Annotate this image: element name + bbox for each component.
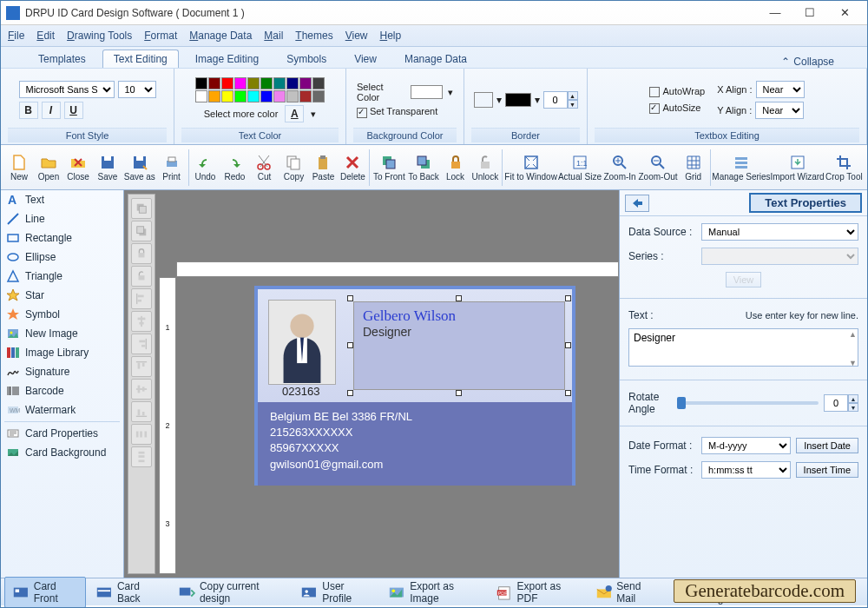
bottom-export-as-image[interactable]: Export as Image (380, 577, 485, 608)
toolbar-print[interactable]: Print (157, 152, 187, 183)
tool-star[interactable]: Star (1, 286, 123, 305)
align-right-icon[interactable] (131, 334, 152, 354)
toolbar-save-as[interactable]: Save as (122, 152, 157, 183)
bottom-user-profile[interactable]: User Profile (293, 577, 378, 608)
rotate-input[interactable] (824, 394, 848, 412)
rotate-spinner[interactable]: ▲▼ (824, 394, 858, 412)
color-swatch[interactable] (247, 90, 260, 102)
toolbar-actual-size[interactable]: 1:1Actual Size (557, 152, 602, 183)
toolbar-copy[interactable]: Copy (279, 152, 308, 183)
toolbar-undo[interactable]: Undo (190, 152, 220, 183)
bottom-card-back[interactable]: Card Back (88, 577, 168, 608)
maximize-button[interactable]: ☐ (792, 3, 827, 23)
toolbar-cut[interactable]: Cut (249, 152, 279, 183)
tool-ellipse[interactable]: Ellipse (1, 248, 123, 267)
distribute-h-icon[interactable] (131, 424, 152, 445)
color-swatches[interactable] (195, 77, 325, 102)
collapse-button[interactable]: ⌃ Collapse (781, 56, 841, 68)
menu-manage-data[interactable]: Manage Data (189, 30, 252, 42)
color-swatch[interactable] (273, 77, 286, 89)
bg-color-swatch[interactable] (411, 85, 443, 99)
bottom-send-mail[interactable]: Send Mail (588, 577, 667, 608)
ribbon-tab-symbols[interactable]: Symbols (275, 50, 338, 68)
color-swatch[interactable] (299, 90, 312, 102)
tool-watermark[interactable]: WMWatermark (1, 400, 123, 420)
autosize-checkbox[interactable] (649, 103, 660, 114)
align-bottom-icon[interactable] (131, 401, 152, 422)
tool-new-image[interactable]: New Image (1, 324, 123, 343)
toolbar-crop-tool[interactable]: Crop Tool (825, 152, 864, 183)
tool-rectangle[interactable]: Rectangle (1, 228, 123, 248)
dropdown-icon[interactable]: ▾ (448, 87, 453, 98)
ribbon-tab-templates[interactable]: Templates (27, 50, 97, 68)
toolbar-fit-to-window[interactable]: Fit to Window (504, 152, 557, 183)
canvas-area[interactable]: 123 Gelbero Wilson Designer (159, 190, 619, 578)
toolbar-zoom-out[interactable]: Zoom-Out (637, 152, 678, 183)
color-swatch[interactable] (260, 77, 273, 89)
yalign-select[interactable]: Near (755, 102, 804, 119)
toolbar-close[interactable]: Close (63, 152, 93, 183)
bring-forward-icon[interactable] (131, 198, 152, 219)
menu-view[interactable]: View (345, 30, 368, 42)
color-swatch[interactable] (286, 77, 299, 89)
align-middle-icon[interactable] (131, 379, 152, 400)
font-family-select[interactable]: Microsoft Sans S (19, 81, 115, 98)
lock-icon[interactable] (131, 243, 152, 264)
card-photo[interactable] (268, 300, 336, 385)
datefmt-select[interactable]: M-d-yyyy (701, 437, 791, 454)
color-swatch[interactable] (221, 77, 233, 89)
text-input[interactable] (628, 328, 858, 367)
ribbon-tab-image-editing[interactable]: Image Editing (184, 50, 270, 68)
color-swatch[interactable] (286, 90, 299, 102)
toolbar-to-back[interactable]: To Back (406, 152, 440, 183)
transparent-checkbox[interactable] (357, 108, 367, 118)
toolbar-lock[interactable]: Lock (441, 152, 470, 183)
toolbar-redo[interactable]: Redo (220, 152, 249, 183)
distribute-v-icon[interactable] (131, 446, 152, 467)
tool-text[interactable]: AText (1, 190, 123, 209)
menu-file[interactable]: File (8, 30, 24, 42)
toolbar-manage-series[interactable]: Manage Series (713, 152, 771, 183)
border-width-spinner[interactable]: ▲▼ (543, 91, 578, 109)
card-number[interactable]: 023163 (282, 385, 319, 398)
color-swatch[interactable] (234, 77, 247, 89)
close-button[interactable]: ✕ (827, 3, 862, 23)
unlock-icon[interactable] (131, 266, 152, 287)
xalign-select[interactable]: Near (756, 81, 805, 98)
toolbar-zoom-in[interactable]: Zoom-In (602, 152, 638, 183)
dropdown-icon[interactable]: ▾ (535, 94, 540, 106)
send-backward-icon[interactable] (131, 221, 152, 241)
bold-button[interactable]: B (19, 102, 38, 119)
menu-themes[interactable]: Themes (295, 30, 332, 42)
border-color-swatch[interactable] (505, 93, 531, 107)
rotate-slider[interactable] (677, 401, 819, 405)
toolbar-unlock[interactable]: Unlock (470, 152, 501, 183)
bottom-copy-current-design[interactable]: Copy current design (170, 577, 291, 608)
font-size-select[interactable]: 10 (118, 81, 156, 98)
scroll-up-icon[interactable]: ▲ (849, 330, 857, 339)
datasource-select[interactable]: Manual (701, 223, 858, 241)
menu-mail[interactable]: Mail (264, 30, 283, 42)
toolbar-grid[interactable]: Grid (679, 152, 708, 183)
menu-drawing-tools[interactable]: Drawing Tools (67, 30, 132, 42)
color-swatch[interactable] (221, 90, 233, 102)
tool-signature[interactable]: Signature (1, 362, 123, 381)
font-color-button[interactable]: A (285, 105, 304, 122)
ribbon-tab-text-editing[interactable]: Text Editing (102, 50, 179, 68)
underline-button[interactable]: U (64, 102, 83, 119)
align-left-icon[interactable] (131, 288, 152, 309)
color-swatch[interactable] (234, 90, 247, 102)
tool-card-properties[interactable]: Card Properties (1, 424, 123, 443)
color-swatch[interactable] (247, 77, 260, 89)
align-center-icon[interactable] (131, 311, 152, 332)
back-button[interactable] (625, 195, 649, 212)
toolbar-save[interactable]: Save (93, 152, 122, 183)
color-swatch[interactable] (299, 77, 312, 89)
tool-symbol[interactable]: Symbol (1, 305, 123, 324)
toolbar-new[interactable]: New (4, 152, 34, 183)
toolbar-open[interactable]: Open (34, 152, 63, 183)
tool-triangle[interactable]: Triangle (1, 267, 123, 286)
ribbon-tab-view[interactable]: View (343, 50, 388, 68)
color-swatch[interactable] (312, 90, 325, 102)
border-style-button[interactable] (474, 92, 493, 108)
